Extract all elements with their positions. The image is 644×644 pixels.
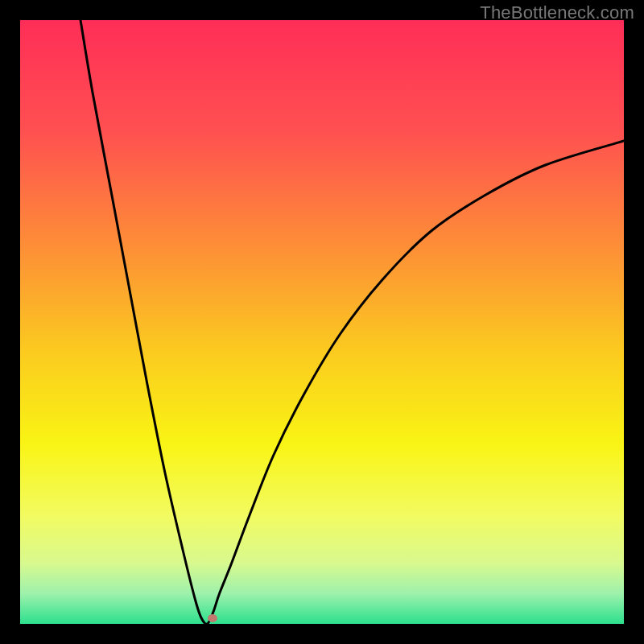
optimal-point-marker	[208, 614, 217, 622]
bottleneck-curve	[20, 20, 624, 624]
chart-frame: TheBottleneck.com	[0, 0, 644, 644]
plot-area	[20, 20, 624, 624]
